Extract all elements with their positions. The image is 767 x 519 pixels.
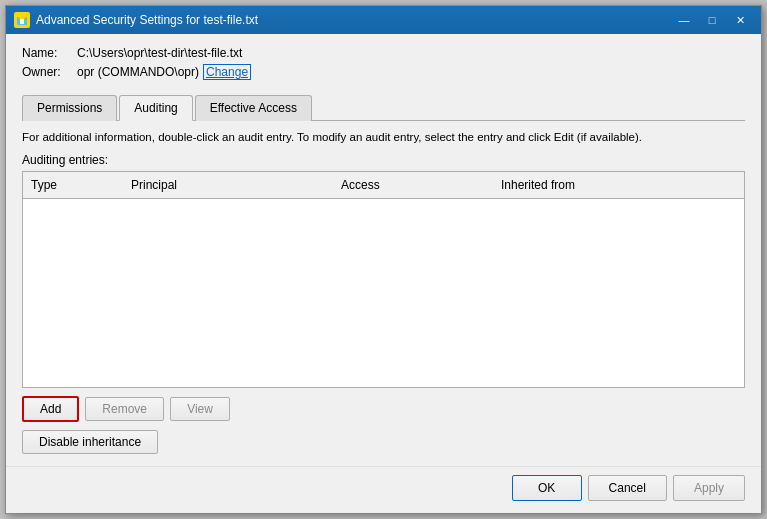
ok-button[interactable]: OK — [512, 475, 582, 501]
owner-label: Owner: — [22, 65, 77, 79]
tab-auditing[interactable]: Auditing — [119, 95, 192, 121]
cancel-button[interactable]: Cancel — [588, 475, 667, 501]
add-button[interactable]: Add — [22, 396, 79, 422]
col-type-header: Type — [23, 176, 123, 194]
col-principal-header: Principal — [123, 176, 333, 194]
window-title: Advanced Security Settings for test-file… — [36, 13, 671, 27]
maximize-button[interactable]: □ — [699, 10, 725, 30]
name-label: Name: — [22, 46, 77, 60]
window-icon — [14, 12, 30, 28]
close-button[interactable]: ✕ — [727, 10, 753, 30]
owner-row: Owner: opr (COMMANDO\opr) Change — [22, 64, 745, 80]
svg-rect-2 — [20, 19, 24, 24]
titlebar: Advanced Security Settings for test-file… — [6, 6, 761, 34]
disable-inheritance-button[interactable]: Disable inheritance — [22, 430, 158, 454]
content-area: Name: C:\Users\opr\test-dir\test-file.tx… — [6, 34, 761, 466]
table-body[interactable] — [23, 199, 744, 387]
tab-bar: Permissions Auditing Effective Access — [22, 94, 745, 121]
view-button[interactable]: View — [170, 397, 230, 421]
minimize-button[interactable]: — — [671, 10, 697, 30]
name-value: C:\Users\opr\test-dir\test-file.txt — [77, 46, 242, 60]
inheritance-button-row: Disable inheritance — [22, 430, 745, 454]
footer: OK Cancel Apply — [6, 466, 761, 513]
owner-value: opr (COMMANDO\opr) — [77, 65, 199, 79]
auditing-table: Type Principal Access Inherited from — [22, 171, 745, 388]
name-row: Name: C:\Users\opr\test-dir\test-file.tx… — [22, 46, 745, 60]
info-section: Name: C:\Users\opr\test-dir\test-file.tx… — [22, 46, 745, 84]
svg-rect-1 — [19, 15, 25, 19]
auditing-entries-label: Auditing entries: — [22, 153, 745, 167]
remove-button[interactable]: Remove — [85, 397, 164, 421]
apply-button[interactable]: Apply — [673, 475, 745, 501]
main-window: Advanced Security Settings for test-file… — [5, 5, 762, 514]
table-header: Type Principal Access Inherited from — [23, 172, 744, 199]
col-inherited-header: Inherited from — [493, 176, 744, 194]
col-access-header: Access — [333, 176, 493, 194]
tab-effective-access[interactable]: Effective Access — [195, 95, 312, 121]
tab-permissions[interactable]: Permissions — [22, 95, 117, 121]
window-controls: — □ ✕ — [671, 10, 753, 30]
change-owner-link[interactable]: Change — [203, 64, 251, 80]
action-buttons: Add Remove View — [22, 396, 745, 422]
description-text: For additional information, double-click… — [22, 129, 745, 145]
